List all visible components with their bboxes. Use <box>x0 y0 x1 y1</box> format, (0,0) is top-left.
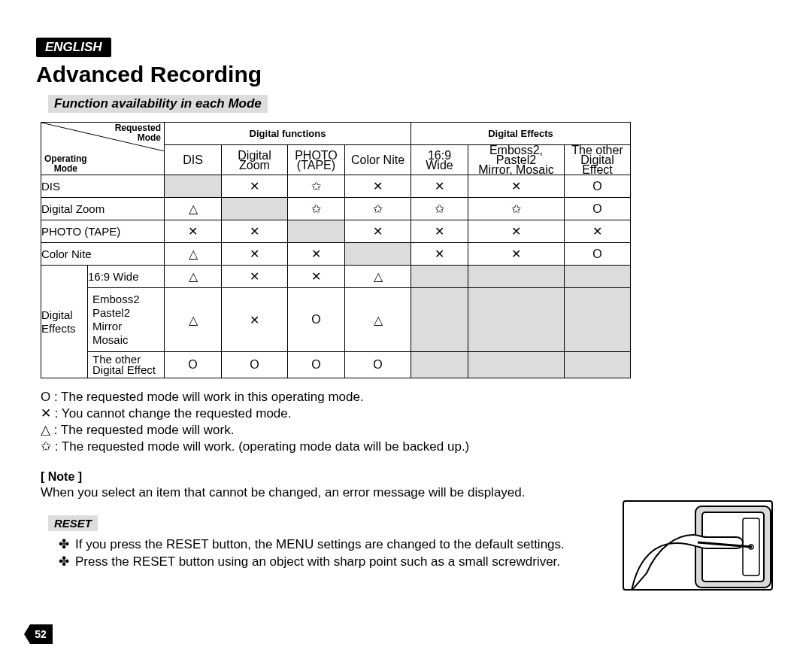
cell: △ <box>165 288 222 352</box>
table-row: Digital Zoom △ ✩ ✩ ✩ ✩ O <box>41 198 631 220</box>
diamond-bullet-icon: ✤ <box>59 537 69 551</box>
table-row: Color Nite △ ✕ ✕ ✕ ✕ O <box>41 243 631 266</box>
cell: ✩ <box>288 175 345 198</box>
cell: ✕ <box>222 220 288 243</box>
cell: ✕ <box>411 175 468 198</box>
table-row: The otherDigital Effect O O O O <box>41 352 631 378</box>
page-number: 52 <box>35 628 47 640</box>
row-dzoom: Digital Zoom <box>41 198 165 220</box>
cell: △ <box>165 266 222 288</box>
cell: △ <box>165 243 222 266</box>
table-row: PHOTO (TAPE) ✕ ✕ ✕ ✕ ✕ ✕ <box>41 220 631 243</box>
cell: O <box>345 352 411 378</box>
cell: O <box>565 198 631 220</box>
corner-header: RequestedMode OperatingMode <box>41 123 165 175</box>
reset-illustration <box>623 500 773 591</box>
cell: ✕ <box>468 243 565 266</box>
cell: ✕ <box>345 175 411 198</box>
diamond-bullet-icon: ✤ <box>59 554 69 569</box>
col-colornite: Color Nite <box>345 145 411 175</box>
cell: ✕ <box>468 220 565 243</box>
cell: ✕ <box>165 220 222 243</box>
col-other: The otherDigital Effect <box>565 145 631 175</box>
legend: O : The requested mode will work in this… <box>41 389 776 455</box>
col-photo: PHOTO(TAPE) <box>288 145 345 175</box>
note-body: When you select an item that cannot be c… <box>41 485 776 500</box>
cell: ✩ <box>288 198 345 220</box>
note-heading: [ Note ] <box>41 470 776 484</box>
reset-list: ✤If you press the RESET button, the MENU… <box>59 536 565 570</box>
cell: △ <box>165 198 222 220</box>
cell: ✩ <box>411 198 468 220</box>
group-digital-effects: Digital Effects <box>411 123 631 145</box>
cell: O <box>288 288 345 352</box>
col-dzoom: Digital Zoom <box>222 145 288 175</box>
cell: ✩ <box>345 198 411 220</box>
reset-bullet-2: ✤Press the RESET button using an object … <box>59 553 565 570</box>
cell: ✕ <box>222 243 288 266</box>
row-wide: 16:9 Wide <box>88 266 165 288</box>
corner-requested: Requested <box>115 123 161 133</box>
cell: ✕ <box>288 243 345 266</box>
cell: O <box>565 175 631 198</box>
corner-mode-top: Mode <box>138 132 161 143</box>
table-row: DIS ✕ ✩ ✕ ✕ ✕ O <box>41 175 631 198</box>
row-dis: DIS <box>41 175 165 198</box>
group-digital-functions: Digital functions <box>165 123 411 145</box>
corner-operating: Operating <box>44 153 87 164</box>
cell: O <box>565 243 631 266</box>
reset-heading: RESET <box>48 515 98 531</box>
corner-mode-bottom: Mode <box>54 163 77 174</box>
row-group-digital-effects: Digital Effects <box>41 266 88 378</box>
availability-table: RequestedMode OperatingMode Digital func… <box>41 122 631 378</box>
page-title: Advanced Recording <box>36 62 776 87</box>
legend-star: ✩ : The requested mode will work. (opera… <box>41 439 776 455</box>
cell: △ <box>345 288 411 352</box>
col-emboss: Emboss2, Pastel2Mirror, Mosaic <box>468 145 565 175</box>
cell: ✕ <box>345 220 411 243</box>
cell: ✕ <box>565 220 631 243</box>
cell: ✕ <box>222 266 288 288</box>
cell: ✩ <box>468 198 565 220</box>
table-row: Digital Effects 16:9 Wide △ ✕ ✕ △ <box>41 266 631 288</box>
table-row: Emboss2Pastel2MirrorMosaic △ ✕ O △ <box>41 288 631 352</box>
row-emboss: Emboss2Pastel2MirrorMosaic <box>88 288 165 352</box>
cell: O <box>288 352 345 378</box>
cell: △ <box>345 266 411 288</box>
cell: O <box>222 352 288 378</box>
section-subheading: Function availability in each Mode <box>48 95 268 113</box>
legend-o: O : The requested mode will work in this… <box>41 389 776 405</box>
cell: ✕ <box>411 243 468 266</box>
col-dis: DIS <box>165 145 222 175</box>
cell: ✕ <box>468 175 565 198</box>
cell: O <box>165 352 222 378</box>
cell: ✕ <box>288 266 345 288</box>
legend-x: ✕ : You cannot change the requested mode… <box>41 405 776 422</box>
legend-tri: △ : The requested mode will work. <box>41 422 776 439</box>
cell: ✕ <box>411 220 468 243</box>
cell: ✕ <box>222 288 288 352</box>
page-number-badge: 52 <box>24 624 53 644</box>
cell: ✕ <box>222 175 288 198</box>
row-other: The otherDigital Effect <box>88 352 165 378</box>
reset-bullet-1: ✤If you press the RESET button, the MENU… <box>59 536 565 553</box>
row-colornite: Color Nite <box>41 243 165 266</box>
row-photo: PHOTO (TAPE) <box>41 220 165 243</box>
col-wide: 16:9Wide <box>411 145 468 175</box>
language-tag: ENGLISH <box>36 38 111 57</box>
